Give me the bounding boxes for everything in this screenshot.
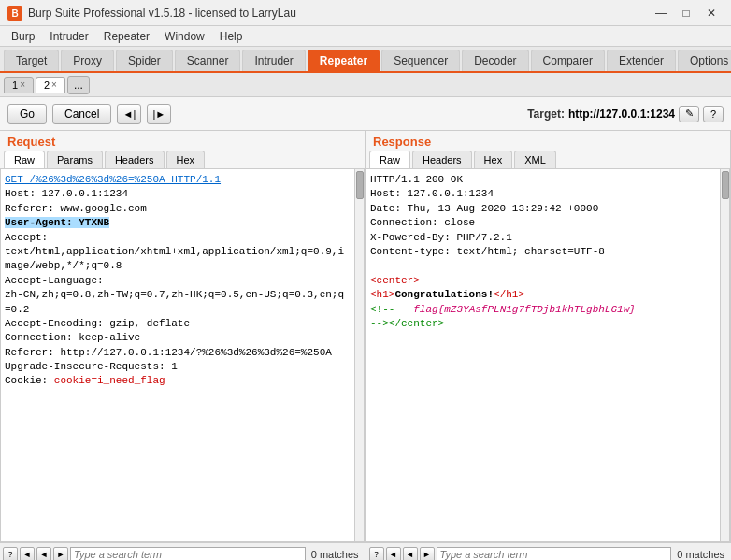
repeater-tab-2[interactable]: 2 × — [36, 77, 65, 93]
toolbar: Go Cancel ◄| |► Target: http://127.0.0.1… — [0, 97, 731, 131]
close-button[interactable]: ✕ — [699, 4, 724, 22]
content-area: Request Raw Params Headers Hex GET /%26%… — [0, 131, 731, 542]
resp-center-tag: <center> — [370, 275, 420, 286]
response-search-help[interactable]: ? — [369, 547, 384, 561]
request-search-next2[interactable]: ► — [53, 547, 68, 561]
response-tab-raw[interactable]: Raw — [369, 151, 410, 168]
request-search-next1[interactable]: ◄ — [36, 547, 51, 561]
app-icon: B — [7, 6, 22, 21]
main-tab-bar: Target Proxy Spider Scanner Intruder Rep… — [0, 47, 731, 73]
request-tab-hex[interactable]: Hex — [166, 151, 206, 168]
request-scroll-thumb[interactable] — [356, 171, 364, 199]
request-content[interactable]: GET /%26%3d%26%3d%26=%250A HTTP/1.1 Host… — [0, 169, 365, 542]
menu-burp[interactable]: Burp — [4, 28, 42, 45]
bottom-search-bar: ? ◄ ◄ ► 0 matches ? ◄ ◄ ► 0 matches — [0, 542, 731, 560]
response-search-input[interactable] — [437, 547, 672, 561]
request-text: GET /%26%3d%26%3d%26=%250A HTTP/1.1 Host… — [5, 173, 360, 389]
response-panel: Response Raw Headers Hex XML HTTP/1.1 20… — [366, 131, 731, 542]
tab-target[interactable]: Target — [4, 50, 59, 71]
resp-congrats: Congratulations! — [394, 289, 494, 300]
go-button[interactable]: Go — [7, 104, 47, 124]
window-controls: — □ ✕ — [649, 4, 724, 22]
nav-next-button[interactable]: |► — [147, 104, 171, 124]
response-content[interactable]: HTTP/1.1 200 OK Host: 127.0.0.1:1234 Dat… — [366, 169, 730, 542]
repeater-tab-bar: 1 × 2 × ... — [0, 73, 731, 97]
resp-h1-tag: <h1> — [370, 289, 394, 300]
target-label-text: Target: — [527, 108, 565, 121]
request-get-line: GET /%26%3d%26%3d%26=%250A HTTP/1.1 — [5, 174, 221, 185]
close-tab-2[interactable]: × — [51, 79, 57, 90]
target-help-button[interactable]: ? — [703, 106, 724, 122]
response-search-section: ? ◄ ◄ ► 0 matches — [366, 543, 732, 560]
resp-comment-end: --></center> — [370, 318, 444, 329]
tab-repeater[interactable]: Repeater — [308, 50, 380, 71]
response-search-prev[interactable]: ◄ — [386, 547, 401, 561]
target-edit-button[interactable]: ✎ — [679, 106, 699, 122]
resp-comment-flag: <!-- flag{mZ3YAsfPLN1g7fTDjb1khTLgbhLG1w… — [370, 304, 636, 315]
tab-decoder[interactable]: Decoder — [462, 50, 528, 71]
more-tabs-button[interactable]: ... — [67, 76, 90, 94]
repeater-tab-1[interactable]: 1 × — [4, 77, 34, 93]
response-tab-xml[interactable]: XML — [514, 151, 556, 168]
svg-text:B: B — [11, 8, 18, 19]
titlebar: B Burp Suite Professional v1.5.18 - lice… — [0, 0, 731, 26]
target-info: Target: http://127.0.0.1:1234 ✎ ? — [527, 106, 724, 122]
response-scrollbar[interactable] — [720, 169, 729, 541]
response-search-next2[interactable]: ► — [420, 547, 435, 561]
request-search-prev[interactable]: ◄ — [20, 547, 35, 561]
response-search-next1[interactable]: ◄ — [403, 547, 418, 561]
tab-options[interactable]: Options — [678, 50, 731, 71]
tab-scanner[interactable]: Scanner — [175, 50, 241, 71]
response-tab-hex[interactable]: Hex — [474, 151, 513, 168]
resp-h1-close: </h1> — [494, 289, 524, 300]
maximize-button[interactable]: □ — [674, 4, 698, 22]
target-url: http://127.0.0.1:1234 — [568, 108, 675, 121]
request-search-section: ? ◄ ◄ ► 0 matches — [0, 543, 366, 560]
tab-extender[interactable]: Extender — [607, 50, 676, 71]
user-agent-line: User-Agent: YTXNB — [5, 217, 109, 228]
nav-prev-button[interactable]: ◄| — [117, 104, 141, 124]
menubar: Burp Intruder Repeater Window Help — [0, 26, 731, 47]
request-search-help[interactable]: ? — [3, 547, 18, 561]
request-matches-label: 0 matches — [308, 549, 363, 560]
tab-intruder[interactable]: Intruder — [242, 50, 305, 71]
request-search-input[interactable] — [70, 547, 306, 561]
response-title: Response — [366, 131, 730, 151]
close-tab-1[interactable]: × — [20, 79, 25, 90]
request-panel: Request Raw Params Headers Hex GET /%26%… — [0, 131, 366, 542]
menu-help[interactable]: Help — [212, 28, 251, 45]
tab-comparer[interactable]: Comparer — [531, 50, 605, 71]
response-tabs: Raw Headers Hex XML — [366, 151, 730, 169]
response-scroll-thumb[interactable] — [722, 171, 729, 199]
menu-intruder[interactable]: Intruder — [42, 28, 95, 45]
title-text: Burp Suite Professional v1.5.18 - licens… — [28, 7, 649, 20]
request-tab-headers[interactable]: Headers — [105, 151, 165, 168]
request-title: Request — [0, 131, 365, 151]
response-matches-label: 0 matches — [673, 549, 728, 560]
menu-window[interactable]: Window — [157, 28, 212, 45]
tab-proxy[interactable]: Proxy — [61, 50, 114, 71]
request-tab-params[interactable]: Params — [47, 151, 103, 168]
response-text: HTTP/1.1 200 OK Host: 127.0.0.1:1234 Dat… — [370, 173, 725, 331]
cookie-value: cookie=i_need_flag — [54, 375, 165, 386]
menu-repeater[interactable]: Repeater — [96, 28, 157, 45]
request-scrollbar[interactable] — [354, 169, 364, 541]
request-tabs: Raw Params Headers Hex — [0, 151, 365, 169]
cancel-button[interactable]: Cancel — [52, 104, 111, 124]
request-tab-raw[interactable]: Raw — [4, 151, 45, 168]
tab-spider[interactable]: Spider — [116, 50, 173, 71]
minimize-button[interactable]: — — [649, 4, 673, 22]
response-tab-headers[interactable]: Headers — [412, 151, 472, 168]
tab-sequencer[interactable]: Sequencer — [381, 50, 460, 71]
